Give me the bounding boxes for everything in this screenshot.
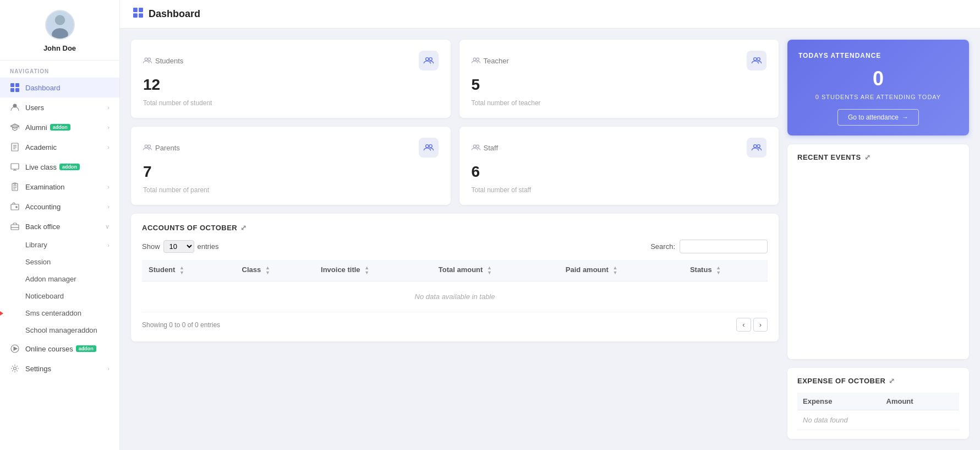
stat-card-teacher: Teacher 5 Total number of teacher — [459, 40, 779, 118]
svg-rect-32 — [139, 13, 143, 18]
col-amount: Amount — [881, 393, 960, 410]
svg-marker-27 — [14, 347, 17, 350]
stat-label-staff: Staff — [472, 144, 499, 152]
recent-events-card: RECENT EVENTS ⤢ — [787, 144, 969, 359]
sidebar-item-liveclass[interactable]: Live class addon — [0, 157, 119, 177]
arrow-icon: → — [902, 113, 908, 121]
addon-badge: addon — [62, 309, 81, 317]
sidebar-item-label: Alumni — [25, 123, 47, 132]
sidebar-item-label: Sms center — [25, 309, 62, 317]
sidebar-item-academic[interactable]: Academic › — [0, 137, 119, 157]
svg-rect-29 — [133, 8, 138, 12]
sidebar-item-online-courses[interactable]: Online courses addon — [0, 339, 119, 359]
sort-icon: ▲▼ — [487, 265, 492, 275]
briefcase-icon — [10, 221, 20, 231]
page-title: Dashboard — [149, 8, 200, 20]
svg-point-23 — [16, 207, 17, 208]
sidebar-item-accounting[interactable]: Accounting › — [0, 197, 119, 216]
stat-card-header: Students — [143, 51, 439, 71]
stat-card-staff: Staff 6 Total number of staff — [459, 127, 779, 205]
col-student: Student ▲▼ — [142, 260, 236, 281]
col-total-amount: Total amount ▲▼ — [432, 260, 559, 281]
addon-badge: addon — [76, 345, 96, 352]
person-icon — [10, 102, 20, 112]
sidebar-item-session[interactable]: Session — [0, 253, 119, 270]
sidebar-item-dashboard[interactable]: Dashboard — [0, 78, 119, 97]
addon-badge: addon — [50, 124, 70, 131]
username: John Doe — [43, 44, 76, 52]
col-class: Class ▲▼ — [236, 260, 314, 281]
svg-point-36 — [429, 58, 431, 61]
sort-icon: ▲▼ — [265, 265, 270, 275]
svg-rect-30 — [139, 8, 143, 12]
svg-point-1 — [54, 15, 65, 25]
sidebar-item-label: Examination — [25, 183, 65, 191]
next-page-button[interactable]: › — [753, 318, 768, 332]
attendance-card: TODAYS ATTENDANCE 0 0 STUDENTS ARE ATTEN… — [787, 40, 969, 135]
wallet-icon — [10, 202, 20, 212]
monitor-icon — [10, 162, 20, 172]
stat-label-teacher: Teacher — [472, 57, 509, 65]
sort-icon: ▲▼ — [612, 265, 617, 275]
svg-point-39 — [754, 58, 757, 61]
sidebar-item-library[interactable]: Library › — [0, 236, 119, 253]
sidebar-item-examination[interactable]: Examination › — [0, 177, 119, 197]
content-area: Students 12 Total number of student — [120, 29, 980, 450]
sidebar-item-addon-manager[interactable]: Addon manager — [0, 270, 119, 288]
entries-select[interactable]: 10 25 50 100 — [163, 240, 194, 253]
recent-events-title: RECENT EVENTS ⤢ — [797, 153, 959, 161]
sidebar-item-school-manager[interactable]: School manager addon — [0, 322, 119, 339]
graduation-icon — [10, 122, 20, 132]
accounts-table: Student ▲▼ Class ▲▼ Invoice title ▲▼ — [142, 260, 768, 312]
sidebar-item-label: Academic — [25, 143, 57, 151]
go-to-attendance-button[interactable]: Go to attendance → — [837, 109, 919, 126]
stat-label-parents: Parents — [143, 144, 180, 152]
play-icon — [10, 344, 20, 354]
book-icon — [10, 142, 20, 152]
stat-desc-teacher: Total number of teacher — [472, 99, 767, 107]
svg-rect-5 — [10, 88, 14, 92]
svg-point-37 — [473, 58, 476, 61]
sidebar-item-noticeboard[interactable]: Noticeboard — [0, 288, 119, 305]
chevron-right-icon: › — [107, 365, 110, 372]
svg-rect-31 — [133, 13, 138, 18]
sidebar-item-label: Users — [25, 104, 44, 112]
stat-card-header: Staff — [472, 138, 767, 158]
stat-desc-students: Total number of student — [143, 99, 439, 107]
sidebar-item-label: Noticeboard — [25, 292, 64, 300]
svg-point-41 — [145, 145, 147, 148]
sidebar-item-users[interactable]: Users › — [0, 97, 119, 117]
expense-table: Expense Amount No data found — [797, 393, 959, 430]
sidebar-item-label: Dashboard — [25, 84, 61, 92]
col-paid-amount: Paid amount ▲▼ — [559, 260, 683, 281]
search-input[interactable] — [680, 240, 768, 253]
sidebar-item-label: Back office — [25, 223, 60, 231]
sidebar-item-label: Settings — [25, 365, 51, 373]
sidebar-item-backoffice[interactable]: Back office ∨ — [0, 216, 119, 236]
accounts-section: ACCOUNTS OF OCTOBER ⤢ Show 10 25 50 100 … — [131, 214, 779, 341]
sidebar-item-sms-center[interactable]: Sms center addon — [0, 305, 119, 322]
expense-no-data-row: No data found — [797, 410, 959, 430]
no-data-row: No data available in table — [142, 281, 768, 312]
addon-badge: addon — [59, 164, 80, 170]
external-link-icon: ⤢ — [864, 153, 871, 161]
top-bar: Dashboard — [120, 0, 980, 29]
sidebar-item-alumni[interactable]: Alumni addon › — [0, 117, 119, 137]
table-search: Search: — [650, 240, 768, 253]
stat-desc-parents: Total number of parent — [143, 186, 439, 194]
stat-card-header: Parents — [143, 138, 439, 158]
sidebar-item-label: Addon manager — [25, 275, 76, 283]
stat-card-parents: Parents 7 Total number of parent — [131, 127, 451, 205]
prev-page-button[interactable]: ‹ — [736, 318, 751, 332]
stats-grid: Students 12 Total number of student — [131, 40, 779, 205]
clipboard-icon — [10, 182, 20, 192]
external-link-icon: ⤢ — [889, 377, 895, 385]
svg-point-43 — [425, 145, 428, 148]
svg-rect-14 — [11, 164, 19, 169]
right-column: TODAYS ATTENDANCE 0 0 STUDENTS ARE ATTEN… — [787, 40, 969, 439]
svg-rect-4 — [15, 83, 19, 87]
chevron-right-icon: › — [107, 104, 110, 111]
sidebar-item-settings[interactable]: Settings › — [0, 359, 119, 378]
stat-label-students: Students — [143, 57, 183, 65]
svg-marker-8 — [10, 124, 19, 128]
